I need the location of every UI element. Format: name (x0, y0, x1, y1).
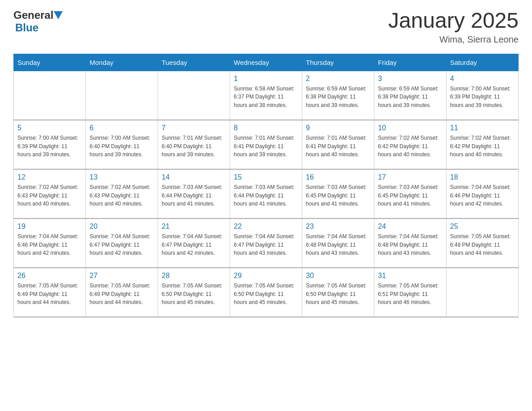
day-number: 7 (162, 124, 226, 132)
calendar-week-row: 1Sunrise: 6:58 AM Sunset: 6:37 PM Daylig… (14, 71, 519, 120)
day-info: Sunrise: 7:01 AM Sunset: 6:40 PM Dayligh… (162, 134, 226, 159)
day-info: Sunrise: 7:00 AM Sunset: 6:39 PM Dayligh… (17, 134, 82, 159)
logo-blue-text: Blue (15, 21, 39, 34)
header-wednesday: Wednesday (230, 54, 302, 71)
calendar-table: Sunday Monday Tuesday Wednesday Thursday… (13, 54, 519, 318)
calendar-cell (158, 71, 230, 120)
title-block: January 2025 Wima, Sierra Leone (388, 9, 519, 45)
calendar-cell (86, 71, 158, 120)
calendar-cell (14, 71, 86, 120)
logo-arrow-icon (54, 11, 63, 20)
day-number: 27 (90, 272, 154, 280)
day-info: Sunrise: 7:01 AM Sunset: 6:41 PM Dayligh… (234, 134, 298, 159)
day-number: 13 (90, 173, 154, 181)
day-number: 4 (450, 75, 515, 83)
day-number: 30 (306, 272, 370, 280)
day-number: 31 (378, 272, 442, 280)
day-number: 20 (90, 223, 154, 231)
calendar-cell: 10Sunrise: 7:02 AM Sunset: 6:42 PM Dayli… (374, 120, 446, 169)
day-info: Sunrise: 7:04 AM Sunset: 6:48 PM Dayligh… (306, 232, 370, 257)
calendar-cell: 29Sunrise: 7:05 AM Sunset: 6:50 PM Dayli… (230, 268, 302, 317)
day-number: 14 (162, 173, 226, 181)
day-info: Sunrise: 7:05 AM Sunset: 6:49 PM Dayligh… (90, 282, 154, 307)
day-number: 1 (234, 75, 298, 83)
day-info: Sunrise: 7:04 AM Sunset: 6:48 PM Dayligh… (378, 232, 442, 257)
day-info: Sunrise: 7:00 AM Sunset: 6:40 PM Dayligh… (90, 134, 154, 159)
day-info: Sunrise: 7:04 AM Sunset: 6:47 PM Dayligh… (162, 232, 226, 257)
day-number: 28 (162, 272, 226, 280)
logo: General Blue (13, 9, 63, 34)
header-tuesday: Tuesday (158, 54, 230, 71)
calendar-cell: 16Sunrise: 7:03 AM Sunset: 6:45 PM Dayli… (302, 169, 374, 218)
calendar-cell: 20Sunrise: 7:04 AM Sunset: 6:47 PM Dayli… (86, 218, 158, 268)
day-info: Sunrise: 6:58 AM Sunset: 6:37 PM Dayligh… (234, 85, 298, 110)
day-number: 2 (306, 75, 370, 83)
day-info: Sunrise: 7:03 AM Sunset: 6:44 PM Dayligh… (234, 183, 298, 208)
day-number: 24 (378, 223, 442, 231)
calendar-cell: 9Sunrise: 7:01 AM Sunset: 6:41 PM Daylig… (302, 120, 374, 169)
calendar-cell: 12Sunrise: 7:02 AM Sunset: 6:43 PM Dayli… (14, 169, 86, 218)
calendar-cell: 25Sunrise: 7:05 AM Sunset: 6:49 PM Dayli… (446, 218, 519, 268)
calendar-body: 1Sunrise: 6:58 AM Sunset: 6:37 PM Daylig… (14, 71, 519, 317)
day-number: 5 (17, 124, 82, 132)
day-info: Sunrise: 7:02 AM Sunset: 6:42 PM Dayligh… (378, 134, 442, 159)
day-info: Sunrise: 7:05 AM Sunset: 6:50 PM Dayligh… (306, 282, 370, 307)
calendar-cell: 28Sunrise: 7:05 AM Sunset: 6:50 PM Dayli… (158, 268, 230, 317)
day-info: Sunrise: 7:02 AM Sunset: 6:42 PM Dayligh… (450, 134, 515, 159)
day-number: 6 (90, 124, 154, 132)
calendar-cell: 1Sunrise: 6:58 AM Sunset: 6:37 PM Daylig… (230, 71, 302, 120)
day-number: 26 (17, 272, 82, 280)
calendar-cell: 18Sunrise: 7:04 AM Sunset: 6:46 PM Dayli… (446, 169, 519, 218)
calendar-cell: 17Sunrise: 7:03 AM Sunset: 6:45 PM Dayli… (374, 169, 446, 218)
calendar-cell: 21Sunrise: 7:04 AM Sunset: 6:47 PM Dayli… (158, 218, 230, 268)
day-info: Sunrise: 6:59 AM Sunset: 6:38 PM Dayligh… (378, 85, 442, 110)
header-monday: Monday (86, 54, 158, 71)
svg-marker-0 (54, 11, 63, 19)
day-number: 17 (378, 173, 442, 181)
calendar-week-row: 12Sunrise: 7:02 AM Sunset: 6:43 PM Dayli… (14, 169, 519, 218)
logo-general-text: General (13, 9, 53, 21)
day-number: 25 (450, 223, 515, 231)
calendar-cell: 22Sunrise: 7:04 AM Sunset: 6:47 PM Dayli… (230, 218, 302, 268)
calendar-cell: 3Sunrise: 6:59 AM Sunset: 6:38 PM Daylig… (374, 71, 446, 120)
day-number: 18 (450, 173, 515, 181)
calendar-week-row: 26Sunrise: 7:05 AM Sunset: 6:49 PM Dayli… (14, 268, 519, 317)
day-number: 3 (378, 75, 442, 83)
day-number: 16 (306, 173, 370, 181)
calendar-cell: 27Sunrise: 7:05 AM Sunset: 6:49 PM Dayli… (86, 268, 158, 317)
day-info: Sunrise: 7:01 AM Sunset: 6:41 PM Dayligh… (306, 134, 370, 159)
calendar-cell: 26Sunrise: 7:05 AM Sunset: 6:49 PM Dayli… (14, 268, 86, 317)
day-number: 22 (234, 223, 298, 231)
day-info: Sunrise: 7:00 AM Sunset: 6:39 PM Dayligh… (450, 85, 515, 110)
calendar-cell: 5Sunrise: 7:00 AM Sunset: 6:39 PM Daylig… (14, 120, 86, 169)
calendar-title: January 2025 (388, 9, 519, 33)
calendar-cell: 4Sunrise: 7:00 AM Sunset: 6:39 PM Daylig… (446, 71, 519, 120)
calendar-cell: 30Sunrise: 7:05 AM Sunset: 6:50 PM Dayli… (302, 268, 374, 317)
calendar-header: Sunday Monday Tuesday Wednesday Thursday… (14, 54, 519, 71)
calendar-week-row: 5Sunrise: 7:00 AM Sunset: 6:39 PM Daylig… (14, 120, 519, 169)
day-info: Sunrise: 7:04 AM Sunset: 6:46 PM Dayligh… (450, 183, 515, 208)
header-row: Sunday Monday Tuesday Wednesday Thursday… (14, 54, 519, 71)
calendar-cell: 14Sunrise: 7:03 AM Sunset: 6:44 PM Dayli… (158, 169, 230, 218)
calendar-cell (446, 268, 519, 317)
day-number: 10 (378, 124, 442, 132)
day-number: 11 (450, 124, 515, 132)
calendar-cell: 7Sunrise: 7:01 AM Sunset: 6:40 PM Daylig… (158, 120, 230, 169)
day-info: Sunrise: 7:05 AM Sunset: 6:49 PM Dayligh… (450, 232, 515, 257)
day-info: Sunrise: 7:05 AM Sunset: 6:50 PM Dayligh… (162, 282, 226, 307)
calendar-cell: 15Sunrise: 7:03 AM Sunset: 6:44 PM Dayli… (230, 169, 302, 218)
day-info: Sunrise: 7:02 AM Sunset: 6:43 PM Dayligh… (17, 183, 82, 208)
day-number: 29 (234, 272, 298, 280)
day-info: Sunrise: 7:03 AM Sunset: 6:45 PM Dayligh… (378, 183, 442, 208)
calendar-cell: 24Sunrise: 7:04 AM Sunset: 6:48 PM Dayli… (374, 218, 446, 268)
calendar-cell: 11Sunrise: 7:02 AM Sunset: 6:42 PM Dayli… (446, 120, 519, 169)
day-number: 12 (17, 173, 82, 181)
header-friday: Friday (374, 54, 446, 71)
calendar-cell: 13Sunrise: 7:02 AM Sunset: 6:43 PM Dayli… (86, 169, 158, 218)
day-number: 15 (234, 173, 298, 181)
calendar-cell: 19Sunrise: 7:04 AM Sunset: 6:46 PM Dayli… (14, 218, 86, 268)
calendar-cell: 6Sunrise: 7:00 AM Sunset: 6:40 PM Daylig… (86, 120, 158, 169)
calendar-cell: 23Sunrise: 7:04 AM Sunset: 6:48 PM Dayli… (302, 218, 374, 268)
calendar-week-row: 19Sunrise: 7:04 AM Sunset: 6:46 PM Dayli… (14, 218, 519, 268)
day-info: Sunrise: 7:04 AM Sunset: 6:47 PM Dayligh… (90, 232, 154, 257)
